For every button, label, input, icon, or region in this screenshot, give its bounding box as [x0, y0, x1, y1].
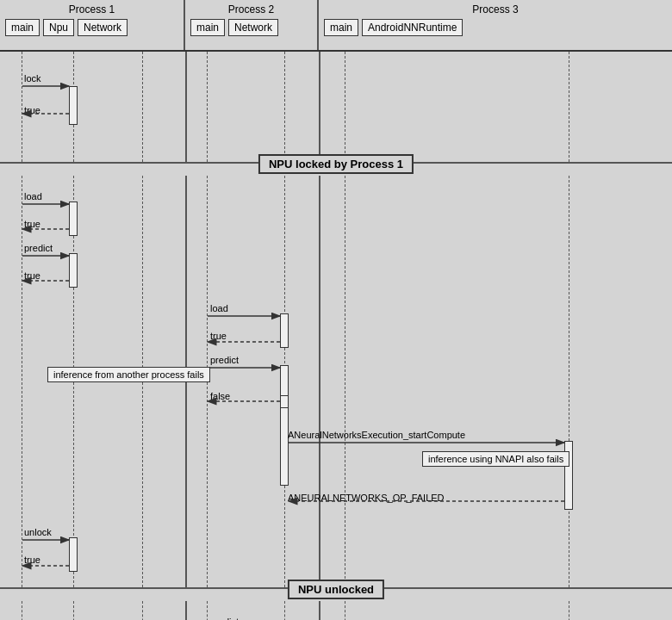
- section2: load true predict true load true predict…: [0, 176, 672, 589]
- s2-act-npu-unlock: [69, 537, 78, 572]
- s3-msg-predict: predict: [210, 617, 239, 620]
- s3-lifeline-npu1: [73, 601, 74, 620]
- s3-lifeline-network2: [284, 601, 285, 620]
- process1-actors: main Npu Network: [5, 19, 128, 36]
- actor-network2: Network: [228, 19, 278, 36]
- sequence-diagram: Process 1 main Npu Network Process 2 mai…: [0, 0, 672, 620]
- s3-lifeline-main3: [345, 601, 345, 620]
- process2-header: Process 2 main Network: [185, 0, 319, 50]
- s2-lifeline-android: [569, 176, 569, 587]
- s3-lifeline-network1: [142, 601, 143, 620]
- process2-title: Process 2: [190, 3, 312, 16]
- section1-label: NPU locked by Process 1: [258, 154, 414, 174]
- section1: lock true NPU: [0, 52, 672, 164]
- s3-lifeline-main2: [207, 601, 208, 620]
- actor-androidnn: AndroidNNRuntime: [362, 19, 463, 36]
- arrows-section1: [0, 52, 672, 162]
- s2-msg-predict2: predict: [210, 355, 239, 365]
- lifeline-network2: [284, 52, 285, 162]
- s2-lifeline-main3: [345, 176, 345, 587]
- s2-msg-true-predict1: true: [24, 270, 40, 281]
- msg-true-lock: true: [24, 105, 40, 115]
- process3-header: Process 3 main AndroidNNRuntime: [319, 0, 672, 50]
- s2-act-npu-predict: [69, 253, 78, 288]
- s3-lifeline-main1: [22, 601, 22, 620]
- s2-msg-true-unlock: true: [24, 555, 40, 565]
- s3-lifeline-android: [569, 601, 569, 620]
- actor-npu1: Npu: [43, 19, 74, 36]
- s2-lifeline-main1: [22, 176, 22, 587]
- section2-label: NPU unlocked: [288, 580, 384, 599]
- note-inference-fails: inference from another process fails: [47, 367, 210, 382]
- lifeline-main2: [207, 52, 208, 162]
- s2-msg-op-failed: ANEURALNETWORKS_OP_FAILED: [288, 493, 445, 503]
- process3-title: Process 3: [324, 3, 667, 16]
- activation-npu1-lock: [69, 86, 78, 125]
- process1-header: Process 1 main Npu Network: [0, 0, 185, 50]
- s2-msg-load2: load: [210, 303, 228, 313]
- actor-main3: main: [324, 19, 358, 36]
- process3-actors: main AndroidNNRuntime: [324, 19, 463, 36]
- s2-msg-unlock: unlock: [24, 527, 52, 537]
- section3: predict true: [0, 601, 672, 620]
- note-nnapi-fails: inference using NNAPI also fails: [422, 451, 569, 467]
- lifeline-android: [569, 52, 569, 162]
- s2-msg-load1: load: [24, 191, 42, 202]
- lifeline-main1: [22, 52, 22, 162]
- s2-act-npu-load: [69, 202, 78, 236]
- s2-act-net2-predict: [280, 365, 289, 486]
- process-headers: Process 1 main Npu Network Process 2 mai…: [0, 0, 672, 52]
- s2-act-net2-load: [280, 313, 289, 348]
- actor-network1: Network: [78, 19, 128, 36]
- s2-act-net2-false: [280, 395, 289, 408]
- s2-msg-false: false: [210, 391, 230, 401]
- lifeline-main3: [345, 52, 345, 162]
- s2-msg-true-load2: true: [210, 331, 227, 341]
- msg-lock: lock: [24, 73, 41, 84]
- s2-msg-startcompute: ANeuralNetworksExecution_startCompute: [288, 430, 465, 440]
- process1-title: Process 1: [5, 3, 178, 16]
- arrows-section3: [0, 601, 672, 620]
- process2-actors: main Network: [190, 19, 278, 36]
- lifeline-network1: [142, 52, 143, 162]
- actor-main2: main: [190, 19, 225, 36]
- actor-main1: main: [5, 19, 40, 36]
- s2-msg-predict1: predict: [24, 243, 53, 253]
- s2-msg-true-load1: true: [24, 219, 40, 229]
